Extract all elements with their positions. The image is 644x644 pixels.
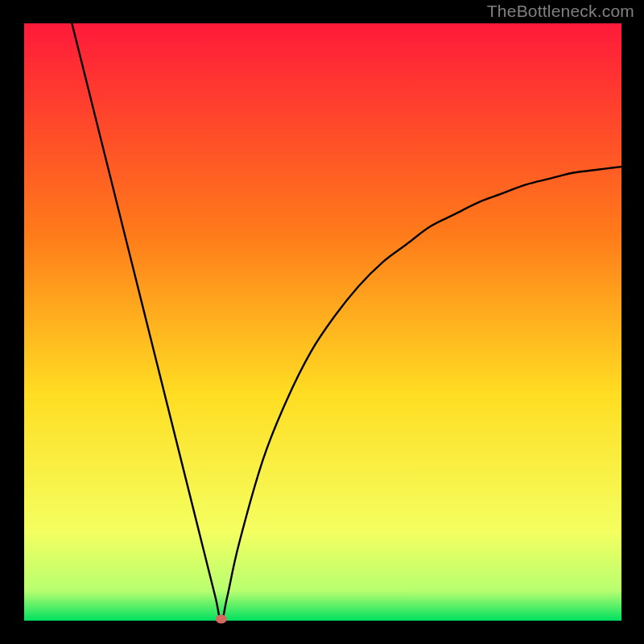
chart-frame: TheBottleneck.com [0,0,644,644]
minimum-marker [216,615,227,624]
watermark-text: TheBottleneck.com [487,2,634,21]
chart-svg [0,0,644,644]
plot-background [24,23,621,621]
